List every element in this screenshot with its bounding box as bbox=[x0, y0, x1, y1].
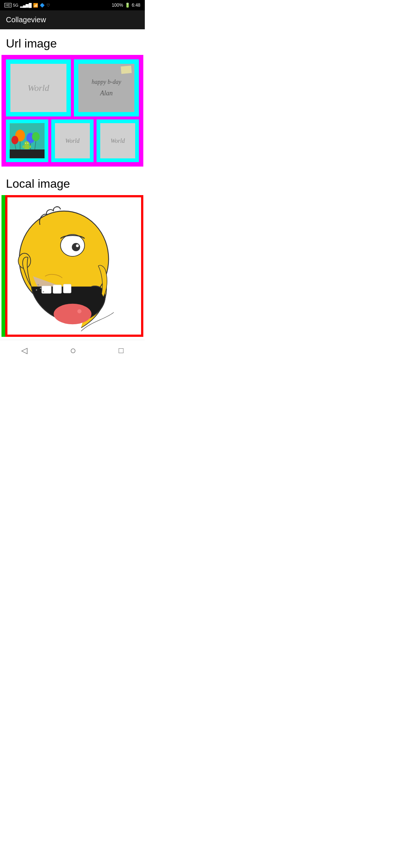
svg-point-15 bbox=[27, 143, 28, 144]
sticky-note bbox=[121, 66, 132, 74]
svg-rect-13 bbox=[30, 145, 31, 148]
clock: 6:48 bbox=[132, 3, 140, 8]
svg-point-14 bbox=[25, 143, 26, 144]
svg-point-27 bbox=[38, 284, 39, 286]
svg-point-29 bbox=[36, 289, 37, 291]
heart-icon: ♡ bbox=[46, 3, 50, 8]
balloons-svg bbox=[10, 123, 45, 158]
bday-image: happy b-day Alan bbox=[78, 64, 134, 112]
signal-5g: 5G bbox=[13, 3, 19, 7]
svg-point-20 bbox=[72, 243, 80, 251]
svg-point-21 bbox=[76, 244, 79, 247]
local-image-section: Local image bbox=[0, 170, 145, 337]
local-image-container bbox=[1, 195, 143, 337]
battery-percent: 100% bbox=[112, 3, 123, 8]
recent-apps-button[interactable]: □ bbox=[119, 346, 124, 355]
svg-point-11 bbox=[24, 141, 29, 146]
svg-point-30 bbox=[43, 291, 44, 293]
svg-point-25 bbox=[54, 304, 92, 325]
homer-svg bbox=[7, 197, 141, 335]
url-image-title: Url image bbox=[0, 29, 145, 55]
world-image-3: World bbox=[100, 123, 135, 158]
bday-text: happy b-day Alan bbox=[89, 75, 124, 101]
world-image-2: World bbox=[55, 123, 90, 158]
local-image-title: Local image bbox=[0, 170, 145, 195]
vpn-icon: 🔷 bbox=[40, 3, 45, 8]
collage-bottom-row: World World bbox=[4, 118, 140, 164]
bday-line2: Alan bbox=[92, 89, 121, 98]
status-right: 100% 🔋 6:48 bbox=[112, 3, 140, 8]
collage-cell-1[interactable]: World bbox=[6, 59, 71, 116]
collage-top-row: World happy b-day Alan bbox=[4, 58, 140, 118]
back-button[interactable]: ◁ bbox=[21, 346, 27, 355]
svg-point-26 bbox=[77, 309, 81, 313]
collage-cell-3[interactable] bbox=[6, 119, 48, 162]
homer-image bbox=[7, 197, 141, 335]
collage-cell-5[interactable]: World bbox=[97, 119, 139, 162]
world-image-1: World bbox=[10, 64, 66, 112]
svg-rect-12 bbox=[23, 145, 24, 148]
url-collage-container: World happy b-day Alan bbox=[1, 55, 143, 167]
balloons-image bbox=[10, 123, 45, 158]
app-title: Collageview bbox=[6, 16, 46, 24]
signal-bars: ▂▄▆█ bbox=[20, 3, 32, 8]
hd-badge: HD bbox=[4, 3, 12, 7]
svg-rect-23 bbox=[53, 285, 62, 293]
collage-cell-2[interactable]: happy b-day Alan bbox=[74, 59, 139, 116]
svg-rect-24 bbox=[63, 284, 71, 293]
collage-cell-4[interactable]: World bbox=[51, 119, 94, 162]
world-text-1: World bbox=[28, 83, 49, 93]
world-text-3: World bbox=[111, 138, 125, 144]
svg-rect-1 bbox=[10, 149, 45, 158]
svg-point-8 bbox=[32, 132, 40, 141]
svg-point-28 bbox=[40, 287, 42, 289]
navigation-bar: ◁ ○ □ bbox=[0, 340, 145, 359]
svg-point-6 bbox=[12, 136, 19, 144]
app-bar: Collageview bbox=[0, 10, 145, 29]
bday-line1: happy b-day bbox=[92, 78, 121, 86]
home-button[interactable]: ○ bbox=[70, 345, 76, 356]
battery-icon: 🔋 bbox=[125, 3, 130, 8]
world-text-2: World bbox=[65, 138, 80, 144]
status-left: HD 5G ▂▄▆█ 📶 🔷 ♡ bbox=[4, 3, 50, 8]
status-bar: HD 5G ▂▄▆█ 📶 🔷 ♡ 100% 🔋 6:48 bbox=[0, 0, 145, 10]
wifi-icon: 📶 bbox=[33, 3, 38, 8]
